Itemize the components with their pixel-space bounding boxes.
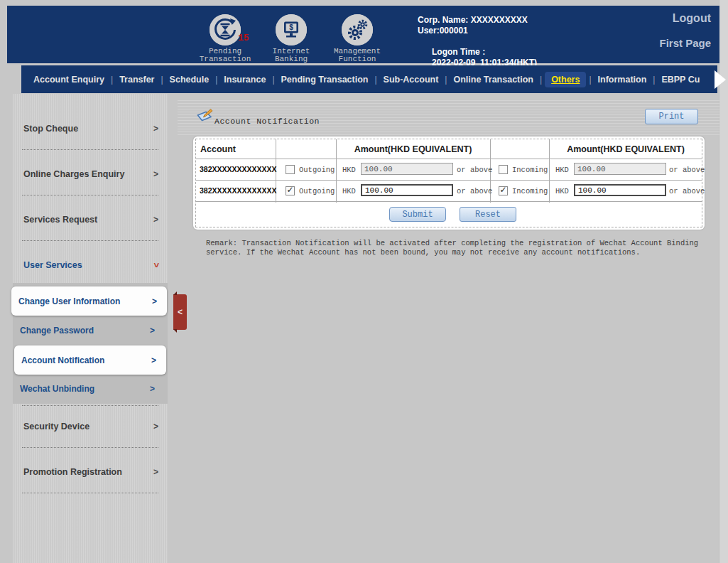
page: { "header": { "shortcuts": [ {"line1": "…: [0, 0, 728, 563]
main-nav: Account Enquiry | Transfer | Schedule | …: [21, 65, 717, 93]
sidebar-item-user-services-expanded[interactable]: User Services >: [23, 260, 158, 270]
shortcut-label: Internet Banking: [257, 48, 325, 63]
chevron-right-icon: >: [153, 467, 158, 477]
remark-text: Remark: Transaction Notification will be…: [206, 239, 705, 257]
sidebar-item-promotion-registration[interactable]: Promotion Registration >: [23, 467, 158, 477]
nav-separator: |: [540, 75, 542, 85]
submenu-item-change-password[interactable]: Change Password >: [13, 318, 165, 343]
sidebar-item-security-device[interactable]: Security Device >: [23, 422, 158, 431]
account-number: 382XXXXXXXXXXXXX: [200, 186, 277, 195]
chevron-right-icon: >: [150, 384, 155, 394]
incoming-label: Incoming: [512, 187, 548, 195]
chevron-left-icon: <: [178, 307, 183, 317]
currency-label: HKD: [555, 187, 569, 195]
sidebar-item-services-request[interactable]: Services Request >: [23, 215, 158, 225]
gears-icon: [342, 14, 373, 45]
sidebar-item-label: Online Charges Enquiry: [23, 169, 124, 179]
sidebar-collapse-tab[interactable]: <: [173, 294, 187, 330]
shortcut-label-line2: Function: [323, 55, 391, 63]
outgoing-label: Outgoing: [299, 166, 335, 174]
sidebar-item-stop-cheque[interactable]: Stop Cheque >: [23, 124, 158, 134]
sidebar: Stop Cheque > Online Charges Enquiry > S…: [13, 94, 168, 563]
column-header-amount-outgoing: Amount(HKD EQUIVALENT): [336, 144, 490, 154]
nav-item-sub-account[interactable]: Sub-Account: [377, 75, 445, 85]
table-row: 382XXXXXXXXXXXXX Outgoing HKD or above I…: [193, 159, 705, 180]
nav-item-ebpp[interactable]: EBPP Cu: [655, 75, 706, 85]
or-above-label: or above: [669, 187, 705, 195]
column-header-account: Account: [200, 144, 236, 154]
or-above-label: or above: [457, 187, 492, 195]
outgoing-amount-input[interactable]: [361, 184, 453, 196]
nav-item-others-active[interactable]: Others: [545, 72, 586, 87]
incoming-checkbox[interactable]: [499, 165, 508, 174]
shortcut-internet-banking[interactable]: $ Internet Banking: [257, 14, 325, 63]
or-above-label: or above: [669, 166, 705, 174]
outgoing-amount-input: [361, 163, 453, 175]
outgoing-checkbox[interactable]: [286, 165, 295, 174]
nav-item-account-enquiry[interactable]: Account Enquiry: [27, 75, 111, 85]
chevron-right-icon: >: [150, 326, 155, 336]
chevron-right-icon: >: [153, 169, 158, 179]
submenu-item-label: Change User Information: [18, 296, 120, 306]
submit-button[interactable]: Submit: [389, 207, 446, 222]
incoming-checkbox-checked[interactable]: ✓: [499, 186, 508, 195]
submenu-item-change-user-information[interactable]: Change User Information >: [11, 286, 167, 316]
nav-item-schedule[interactable]: Schedule: [163, 75, 216, 85]
shortcut-label-line2: Transaction: [191, 55, 259, 63]
nav-item-online-transaction[interactable]: Online Transaction: [447, 75, 540, 85]
sidebar-item-label: Promotion Registration: [23, 467, 122, 477]
reset-button[interactable]: Reset: [460, 207, 516, 222]
chevron-right-icon: >: [153, 422, 158, 431]
svg-text:$: $: [289, 23, 293, 31]
chevron-down-icon: >: [151, 262, 161, 267]
shortcut-label: Pending Transaction: [191, 48, 259, 63]
logout-link[interactable]: Logout: [673, 12, 711, 25]
shortcut-label-line2: Banking: [257, 55, 325, 63]
nav-item-pending-transaction[interactable]: Pending Transaction: [275, 75, 375, 85]
incoming-label: Incoming: [512, 166, 548, 174]
currency-label: HKD: [555, 166, 569, 174]
shortcut-management-function[interactable]: Management Function: [323, 14, 391, 63]
nav-item-information[interactable]: Information: [592, 75, 653, 85]
sidebar-item-online-charges-enquiry[interactable]: Online Charges Enquiry >: [23, 169, 158, 179]
monitor-dollar-icon: $: [276, 14, 307, 45]
print-button[interactable]: Print: [645, 109, 698, 124]
table-row: 382XXXXXXXXXXXXX ✓ Outgoing HKD or above…: [193, 180, 705, 201]
currency-label: HKD: [342, 187, 356, 195]
sidebar-divider: [22, 149, 158, 150]
header: 15 Pending Transaction $ Internet Bankin…: [7, 6, 719, 63]
chevron-right-icon: >: [151, 355, 156, 365]
submenu-item-label: Change Password: [20, 326, 94, 336]
nav-more-arrow-icon[interactable]: [715, 70, 726, 89]
note-pencil-icon: [196, 107, 214, 127]
outgoing-label: Outgoing: [299, 187, 335, 195]
account-number: 382XXXXXXXXXXXXX: [200, 165, 277, 173]
submenu-item-label: Wechat Unbinding: [20, 384, 94, 394]
page-title: Account Notification: [214, 117, 320, 126]
shortcut-pending-transaction[interactable]: 15 Pending Transaction: [191, 14, 259, 63]
chevron-right-icon: >: [153, 215, 158, 225]
shortcut-label: Management Function: [323, 48, 391, 63]
user-services-submenu: Change User Information > Change Passwor…: [13, 283, 168, 404]
submenu-item-wechat-unbinding[interactable]: Wechat Unbinding >: [13, 377, 165, 401]
chevron-right-icon: >: [152, 296, 157, 306]
incoming-amount-input: [574, 163, 666, 175]
sidebar-item-label: Security Device: [23, 422, 89, 431]
chevron-right-icon: >: [153, 124, 158, 134]
remark-line1: Remark: Transaction Notification will be…: [206, 239, 705, 248]
submenu-item-account-notification-selected[interactable]: Account Notification >: [14, 345, 166, 375]
table-gridline: [196, 201, 702, 202]
nav-item-transfer[interactable]: Transfer: [113, 75, 161, 85]
sidebar-item-label: User Services: [23, 260, 82, 270]
incoming-amount-input[interactable]: [574, 184, 666, 196]
corp-name-line: Corp. Name: XXXXXXXXXX: [418, 15, 537, 26]
submenu-item-label: Account Notification: [21, 355, 104, 365]
first-page-link[interactable]: First Page: [659, 37, 711, 49]
nav-item-insurance[interactable]: Insurance: [217, 75, 272, 85]
sidebar-divider: [22, 240, 158, 241]
sidebar-divider: [22, 447, 158, 448]
sidebar-divider: [22, 493, 158, 493]
corp-name-value: XXXXXXXXXX: [471, 15, 528, 25]
outgoing-checkbox-checked[interactable]: ✓: [286, 186, 295, 195]
logon-time-label: Logon Time :: [432, 47, 485, 57]
